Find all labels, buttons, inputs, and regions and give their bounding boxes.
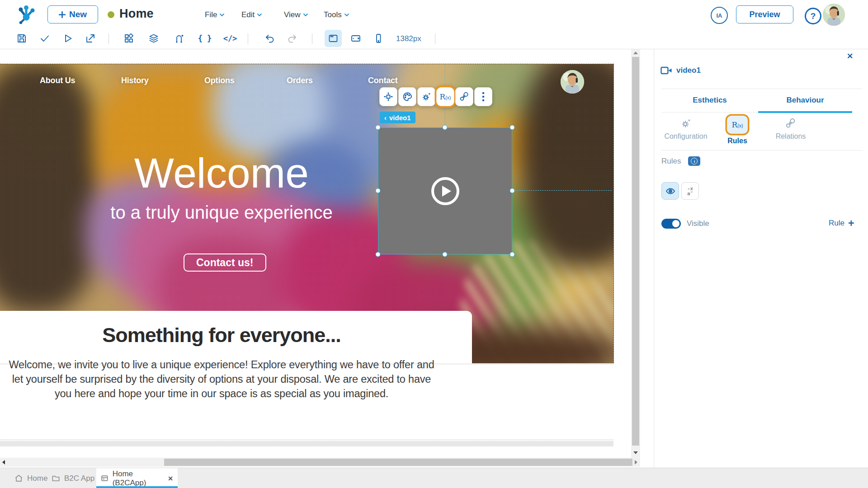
toolbar-separator (312, 33, 312, 44)
editor-toolbar: { } </> 1382px (0, 29, 868, 49)
resize-handle-ne[interactable] (510, 125, 515, 130)
site-nav-orders[interactable]: Orders (287, 76, 313, 85)
more-options-button[interactable] (474, 87, 492, 106)
validate-button[interactable] (36, 30, 53, 47)
resize-handle-w[interactable] (376, 188, 381, 193)
section-heading[interactable]: Something for everyone... (27, 324, 416, 347)
site-nav-avatar[interactable] (561, 70, 584, 94)
element-guide-line (0, 364, 613, 364)
relations-button[interactable] (455, 87, 473, 106)
menu-file[interactable]: File (205, 10, 224, 19)
scroll-right-arrow[interactable] (635, 460, 637, 465)
tablet-view-button[interactable] (347, 30, 364, 47)
user-avatar[interactable] (823, 4, 845, 26)
chevron-down-icon (303, 14, 308, 17)
divider (661, 150, 862, 150)
site-nav-options[interactable]: Options (204, 76, 235, 85)
document-tab-bar: Home B2C App ✕ Home (B2CApp) ✕ (0, 468, 868, 488)
video-widget[interactable] (378, 127, 512, 254)
export-icon (85, 33, 96, 44)
canvas-width-label: 1382px (396, 34, 421, 43)
configuration-button[interactable] (417, 87, 435, 106)
resize-handle-sw[interactable] (376, 252, 381, 257)
scroll-up-arrow[interactable] (633, 52, 638, 54)
code-icon: </> (223, 34, 237, 43)
home-icon (14, 474, 23, 483)
tablet-icon (350, 33, 361, 44)
horizontal-scrollbar[interactable] (0, 458, 640, 467)
desktop-view-button[interactable] (325, 30, 342, 47)
layers-button[interactable] (145, 30, 162, 47)
rules-button[interactable]: R(x) (436, 87, 454, 106)
hero-title[interactable]: Welcome (72, 149, 371, 197)
interactions-icon (174, 33, 184, 44)
tab-home-b2capp[interactable]: Home (B2CApp) ✕ (96, 468, 178, 488)
section-paragraph[interactable]: Welcome, we invite you to live a unique … (5, 358, 439, 401)
site-nav-history[interactable]: History (121, 76, 149, 85)
page-bottom-guide (0, 440, 613, 440)
save-button[interactable] (13, 30, 30, 47)
vertical-scroll-thumb[interactable] (632, 57, 639, 446)
rules-info-button[interactable]: i (688, 156, 700, 166)
menu-edit[interactable]: Edit (241, 10, 262, 19)
variables-button[interactable]: { } (196, 30, 213, 47)
export-button[interactable] (82, 30, 99, 47)
tab-home[interactable]: Home (10, 468, 52, 488)
new-button[interactable]: New (47, 5, 98, 23)
mobile-view-button[interactable] (370, 30, 387, 47)
horizontal-scroll-thumb[interactable] (164, 459, 632, 466)
components-button[interactable] (120, 30, 137, 47)
justinmind-logo-icon[interactable] (16, 5, 36, 24)
ia-badge-button[interactable]: IA (711, 7, 728, 24)
scroll-left-arrow[interactable] (2, 460, 5, 465)
interactions-button[interactable] (170, 30, 188, 47)
resize-handle-n[interactable] (443, 125, 448, 130)
undo-button[interactable] (261, 30, 278, 47)
scroll-down-arrow[interactable] (633, 451, 638, 454)
visible-toggle[interactable] (661, 219, 681, 229)
preview-button[interactable]: Preview (736, 5, 793, 23)
subtab-relations[interactable]: Relations (761, 117, 820, 141)
divider (661, 89, 862, 89)
style-button[interactable] (398, 87, 416, 106)
vertical-scrollbar[interactable] (631, 49, 640, 458)
desktop-icon (328, 33, 339, 44)
chevron-down-icon (344, 14, 349, 17)
play-triangle-icon (442, 186, 451, 197)
resize-handle-nw[interactable] (376, 125, 381, 130)
selection-tag[interactable]: ‹ video1 (380, 112, 415, 123)
menu-tools[interactable]: Tools (324, 10, 349, 19)
simulate-button[interactable] (59, 30, 76, 47)
tab-close-icon[interactable]: ✕ (168, 475, 173, 482)
help-button[interactable]: ? (805, 8, 821, 24)
code-button[interactable]: </> (222, 30, 239, 47)
relations-icon (459, 91, 470, 102)
text-rule-button[interactable]: -x a″ (681, 182, 699, 200)
resize-handle-s[interactable] (443, 252, 448, 257)
contact-us-button[interactable]: Contact us! (184, 253, 266, 272)
panel-close-button[interactable]: ✕ (847, 52, 853, 61)
redo-icon (287, 33, 297, 44)
rules-fx-icon: R(x) (439, 92, 451, 101)
move-button[interactable] (379, 87, 397, 106)
site-nav-about[interactable]: About Us (40, 76, 75, 85)
content-section[interactable]: Something for everyone... Welcome, we in… (0, 311, 472, 446)
menu-view[interactable]: View (284, 10, 308, 19)
active-tab-underline (758, 111, 852, 113)
resize-handle-se[interactable] (510, 252, 515, 257)
subtab-configuration[interactable]: Configuration (656, 117, 715, 141)
video-play-icon[interactable] (431, 177, 459, 205)
help-icon: ? (811, 11, 816, 21)
site-nav-contact[interactable]: Contact (368, 76, 398, 85)
redo-button[interactable] (283, 30, 301, 47)
gear-sparkle-icon (421, 91, 432, 102)
tab-divider (661, 112, 759, 113)
info-icon: i (691, 158, 698, 164)
tab-esthetics[interactable]: Esthetics (662, 96, 757, 105)
add-rule-button[interactable]: Rule + (829, 219, 854, 228)
subtab-rules[interactable]: R(x) Rules (708, 116, 767, 145)
tab-behaviour[interactable]: Behaviour (758, 96, 853, 105)
visibility-rule-button[interactable] (661, 182, 679, 200)
resize-handle-e[interactable] (510, 188, 515, 193)
hero-subtitle[interactable]: to a truly unique experience (50, 202, 393, 223)
